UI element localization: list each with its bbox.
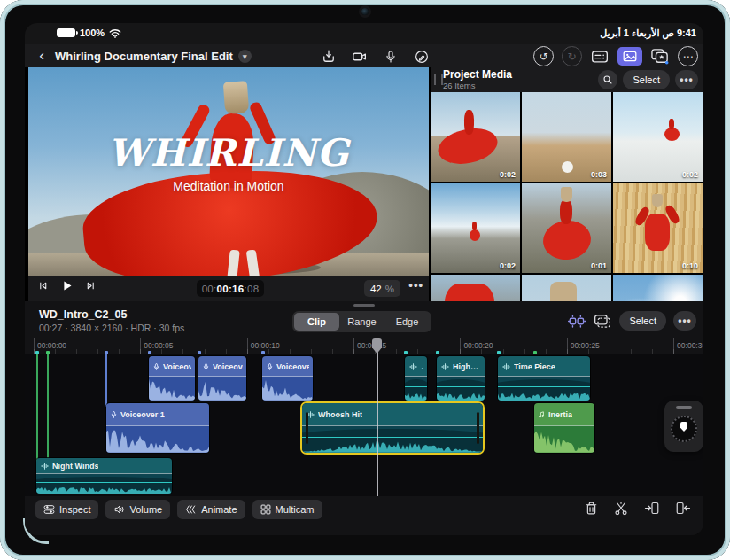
- timeline-clip[interactable]: Whoosh Hit: [302, 403, 483, 453]
- clip-duration-badge: 0:10: [682, 261, 698, 270]
- insert-clip-button[interactable]: [644, 501, 660, 516]
- project-media-header: Project Media 26 Items Select •••: [431, 67, 703, 92]
- ruler-tick-label: 00:00:20: [460, 341, 493, 350]
- play-button[interactable]: [60, 279, 74, 292]
- multicam-button[interactable]: Multicam: [252, 500, 322, 519]
- clip-name: Whoosh Hit: [318, 410, 362, 419]
- media-thumbnail[interactable]: [522, 275, 611, 301]
- media-select-button[interactable]: Select: [623, 70, 670, 89]
- inspect-icon: [43, 504, 55, 515]
- media-more-button[interactable]: •••: [675, 70, 698, 89]
- undo-button[interactable]: ↺: [533, 46, 554, 66]
- mic-icon: [202, 362, 210, 371]
- clip-name: Inertia: [548, 410, 572, 419]
- chevron-down-icon[interactable]: ▾: [238, 50, 252, 63]
- ipad-device: 100% 9:41 ص الأربعاء 1 أبريل ‹ Whirling …: [0, 0, 730, 560]
- battery-percent: 100%: [80, 27, 105, 38]
- next-frame-button[interactable]: [85, 280, 97, 292]
- media-thumbnail[interactable]: 0:10: [613, 183, 703, 273]
- clip-name: …: [421, 362, 423, 371]
- zoom-level-control[interactable]: 42%: [364, 280, 400, 297]
- app-toolbar: ‹ Whirling Documentary Final Edit ▾ ↺ ↻ …: [25, 44, 703, 67]
- timeline-clip[interactable]: Voiceover 2: [198, 356, 246, 401]
- pencil-tool-button[interactable]: [412, 47, 431, 66]
- magnetic-timeline-button[interactable]: [566, 311, 586, 331]
- timeline-clip[interactable]: Voiceover 2: [149, 356, 195, 401]
- blade-cut-button[interactable]: [613, 501, 629, 516]
- redo-button[interactable]: ↻: [562, 46, 582, 66]
- media-thumbnail[interactable]: 0:02: [431, 92, 520, 182]
- inspector-list-button[interactable]: [590, 47, 610, 66]
- inspect-button[interactable]: Inspect: [35, 500, 98, 519]
- microphone-button[interactable]: [381, 47, 400, 66]
- screen: 100% 9:41 ص الأربعاء 1 أبريل ‹ Whirling …: [25, 23, 703, 535]
- clip-duration-badge: 0:02: [500, 261, 516, 270]
- clip-duration-badge: 0:02: [500, 170, 516, 179]
- media-thumbnail[interactable]: 0:02: [431, 183, 520, 273]
- mode-range[interactable]: Range: [339, 313, 384, 331]
- timeline-ruler[interactable]: 00:00:0000:00:0500:00:1000:00:1500:00:20…: [25, 338, 703, 355]
- timeline-clip[interactable]: Night Winds: [36, 458, 172, 494]
- project-media-count: 26 Items: [443, 81, 475, 90]
- timeline-clip[interactable]: Time Piece: [498, 356, 590, 401]
- back-button[interactable]: ‹: [34, 47, 50, 65]
- volume-icon: [113, 504, 125, 515]
- viewer-more-button[interactable]: •••: [408, 278, 423, 292]
- timeline-tracks[interactable]: Voiceover 2Voiceover 2Voiceover 3…High…T…: [25, 354, 703, 496]
- mode-clip[interactable]: Clip: [294, 313, 339, 331]
- media-thumbnail[interactable]: [613, 275, 703, 301]
- timeline-select-button[interactable]: Select: [619, 311, 666, 331]
- effects-library-button[interactable]: [650, 47, 670, 66]
- import-media-button[interactable]: [319, 47, 338, 66]
- overwrite-clip-button[interactable]: [675, 501, 691, 516]
- volume-button[interactable]: Volume: [105, 500, 170, 519]
- timeline-toolbar: InspectVolumeAnimateMulticam: [25, 498, 703, 525]
- clip-connection-line: [36, 354, 38, 462]
- playback-controls: 00:00:16:08 42% •••: [28, 276, 429, 301]
- waveform-icon: [40, 462, 50, 471]
- timeline-clip[interactable]: …: [405, 356, 427, 401]
- timeline-clip[interactable]: Inertia: [534, 403, 594, 453]
- media-browser-button-active[interactable]: [617, 47, 642, 66]
- jog-wheel[interactable]: [664, 401, 703, 452]
- ruler-tick-label: 00:00:30: [673, 341, 703, 350]
- timeline-tool-buttons: InspectVolumeAnimateMulticam: [35, 500, 322, 519]
- project-media-panel: Project Media 26 Items Select ••• 0:020:…: [431, 67, 703, 301]
- waveform-icon: [440, 362, 450, 371]
- main-content: WHIRLING Meditation in Motion 00:00:16:0…: [25, 67, 703, 301]
- edit-mode-segmented-control[interactable]: ClipRangeEdge: [292, 311, 431, 332]
- timeline-clip[interactable]: High…: [437, 356, 485, 401]
- clip-name: Voiceover 2: [213, 362, 243, 371]
- delete-button[interactable]: [585, 501, 598, 516]
- mic-icon: [110, 410, 118, 419]
- timeline-more-button[interactable]: •••: [673, 311, 696, 331]
- clip-connection-line: [105, 354, 107, 407]
- mic-icon: [266, 362, 274, 371]
- media-grid: 0:020:030:020:020:010:10: [431, 92, 703, 301]
- camera-button[interactable]: [350, 47, 369, 66]
- trim-handle-left[interactable]: [306, 412, 308, 444]
- previous-frame-button[interactable]: [37, 280, 49, 292]
- media-thumbnail[interactable]: [431, 275, 520, 301]
- animate-button[interactable]: Animate: [177, 500, 245, 519]
- wifi-icon: [109, 28, 121, 38]
- search-button[interactable]: [598, 70, 617, 89]
- project-title[interactable]: Whirling Documentary Final Edit ▾: [55, 50, 252, 63]
- timeline-clip[interactable]: Voiceover 1: [106, 403, 209, 453]
- media-thumbnail[interactable]: 0:01: [522, 183, 611, 273]
- panel-drag-handle[interactable]: [434, 74, 443, 85]
- animate-icon: [185, 504, 197, 515]
- trim-handle-right[interactable]: [477, 412, 479, 444]
- media-thumbnail[interactable]: 0:03: [522, 92, 611, 182]
- timeline-header: WD_Intro_C2_05 00:27 · 3840 × 2160 · HDR…: [25, 305, 703, 338]
- video-preview[interactable]: WHIRLING Meditation in Motion: [28, 67, 429, 276]
- overlay-view-button[interactable]: [593, 311, 612, 331]
- timeline-clip[interactable]: Voiceover 3: [262, 356, 313, 401]
- timecode-display[interactable]: 00:00:16:08: [197, 280, 264, 297]
- ruler-tick-label: 00:00:25: [567, 341, 600, 350]
- more-options-button[interactable]: ⋯: [678, 46, 698, 66]
- ruler-tick-label: 00:00:05: [140, 341, 173, 350]
- media-thumbnail[interactable]: 0:02: [613, 92, 703, 182]
- mode-edge[interactable]: Edge: [384, 313, 430, 331]
- playhead-line[interactable]: [377, 342, 378, 496]
